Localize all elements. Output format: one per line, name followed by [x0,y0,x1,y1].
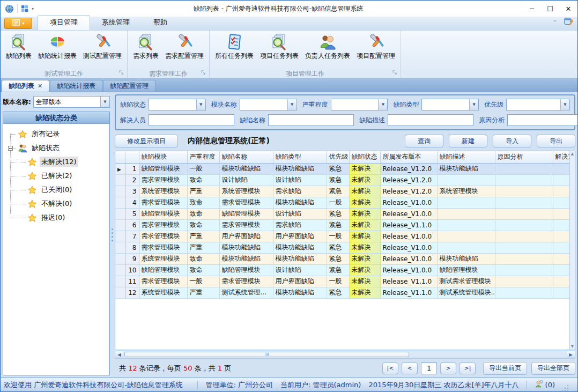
table-row[interactable]: 5缺陷管理模块致命缺陷管理模块设计缺陷紧急未解决Release_V1.0.0 [115,208,569,219]
column-header-cause[interactable]: 原因分析 [495,151,553,163]
cell-desc[interactable]: 模块功能缺陷 [437,163,495,174]
cell-name[interactable]: 测试系统管理... [219,287,273,298]
cell-module[interactable]: 需求管理模块 [139,276,187,287]
cell-priority[interactable]: 一般 [327,276,349,287]
cell-status[interactable]: 未解决 [349,174,380,186]
ribbon-button[interactable]: 缺陷统计报表 [35,32,80,62]
scroll-down-icon[interactable]: ▼ [571,345,574,349]
chevron-down-icon[interactable]: ▼ [469,99,478,110]
row-indicator-cell[interactable]: ▶ [115,163,125,174]
cell-version[interactable]: Release_V1.0.0 [380,197,437,208]
collapse-node-icon[interactable] [8,146,13,151]
cell-type[interactable]: 用户界面缺陷 [273,231,327,242]
row-indicator-cell[interactable] [115,208,125,219]
tree-item[interactable]: 不解决(0) [3,197,109,211]
cell-version[interactable]: Release_V1.2.0 [380,174,437,186]
cell-solution[interactable] [553,264,569,276]
filter-combobox[interactable]: ▼ [149,99,206,110]
cell-cause[interactable] [495,242,553,253]
cell-type[interactable]: 模块功能缺陷 [273,287,327,298]
cell-cause[interactable] [495,163,553,174]
table-row[interactable]: 8需求管理模块严重模块功能缺陷模块功能缺陷紧急未解决Release_V1.0.0 [115,242,569,253]
filter-input[interactable] [268,114,354,126]
cell-priority[interactable]: 一般 [327,197,349,208]
cell-priority[interactable]: 紧急 [327,287,349,298]
cell-severity[interactable]: 致命 [187,174,219,186]
dialog-launcher-icon[interactable] [392,69,397,77]
row-indicator-cell[interactable] [115,276,125,287]
panel-splitter[interactable] [110,92,114,378]
cell-name[interactable]: 系统管理模块 [219,186,273,197]
cell-version[interactable]: Release_V1.0.0 [380,253,437,264]
cell-cause[interactable] [495,287,553,298]
row-indicator-cell[interactable] [115,253,125,264]
cell-status[interactable]: 未解决 [349,186,380,197]
query-button[interactable]: 查询 [405,135,443,147]
cell-solution[interactable] [553,231,569,242]
table-row[interactable]: 3系统管理模块严重系统管理模块需求缺陷紧急未解决Release_V1.2.0系统… [115,186,569,197]
cell-solution[interactable] [553,287,569,298]
cell-cause[interactable] [495,219,553,231]
cell-module[interactable]: 系统管理模块 [139,253,187,264]
prev-page-button[interactable]: < [402,363,418,374]
cell-desc[interactable]: 缺陷管理模块 [437,264,495,276]
cell-severity[interactable]: 致命 [187,253,219,264]
column-header-solution[interactable]: 解决方法 [553,151,569,163]
dialog-launcher-icon[interactable] [201,69,206,77]
ribbon-button[interactable]: 所有任务列表 [212,32,257,62]
cell-name[interactable]: 需求管理模块 [219,219,273,231]
chevron-down-icon[interactable]: ▼ [560,99,569,110]
menu-tab-3[interactable]: 帮助 [142,16,179,30]
cell-cause[interactable] [495,197,553,208]
cell-priority[interactable]: 紧急 [327,264,349,276]
column-header-type[interactable]: 缺陷类型 [273,151,327,163]
cell-cause[interactable] [495,264,553,276]
cell-name[interactable]: 模块功能缺陷 [219,163,273,174]
last-page-button[interactable]: >| [460,363,476,374]
modify-display-items-button[interactable]: 修改显示项目 [115,135,178,147]
cell-module[interactable]: 系统管理模块 [139,186,187,197]
cell-status[interactable]: 未解决 [349,242,380,253]
help-window-icon[interactable] [564,17,573,28]
cell-name[interactable]: 模块功能缺陷 [219,253,273,264]
cell-severity[interactable]: 致命 [187,197,219,208]
filter-input[interactable] [149,114,234,126]
cell-version[interactable]: Release_V1.1.0 [380,219,437,231]
version-combobox[interactable]: 全部版本 ▼ [33,96,110,108]
tree-item[interactable]: 已解决(2) [3,169,109,183]
cell-cause[interactable] [495,276,553,287]
chevron-down-icon[interactable]: ▼ [287,99,297,110]
cell-severity[interactable]: 严重 [187,242,219,253]
cell-name[interactable]: 设计缺陷 [219,174,273,186]
table-row[interactable]: 9系统管理模块致命模块功能缺陷模块功能缺陷紧急未解决Release_V1.0.0… [115,253,569,264]
cell-solution[interactable] [553,219,569,231]
cell-priority[interactable]: 紧急 [327,208,349,219]
cell-status[interactable]: 未解决 [349,208,380,219]
cell-version[interactable]: Release_V1.0.0 [380,264,437,276]
row-indicator-cell[interactable] [115,186,125,197]
cell-desc[interactable]: 模块功能缺陷 [437,253,495,264]
cell-type[interactable]: 设计缺陷 [273,264,327,276]
cell-status[interactable]: 未解决 [349,219,380,231]
cell-desc[interactable]: 系统管理模块 [437,186,495,197]
cell-version[interactable]: Release_V1.0.0 [380,208,437,219]
cell-type[interactable]: 模块功能缺陷 [273,242,327,253]
export-all-pages-button[interactable]: 导出全部页 [531,362,575,375]
cell-name[interactable]: 需求管理模块 [219,276,273,287]
import-button[interactable]: 导入 [493,135,531,147]
cell-severity[interactable]: 严重 [187,186,219,197]
cell-solution[interactable] [553,242,569,253]
row-indicator-cell[interactable] [115,174,125,186]
cell-status[interactable]: 未解决 [349,231,380,242]
cell-priority[interactable]: 紧急 [327,174,349,186]
column-header-module[interactable]: 缺陷模块 [139,151,187,163]
row-indicator-cell[interactable] [115,264,125,276]
cell-severity[interactable]: 严重 [187,231,219,242]
cell-severity[interactable]: 致命 [187,208,219,219]
cell-version[interactable]: Release_V1.0.0 [380,231,437,242]
cell-name[interactable]: 用户界面缺陷 [219,231,273,242]
cell-cause[interactable] [495,186,553,197]
minimize-button[interactable]: ─ [523,1,541,17]
table-row[interactable]: 12系统管理模块严重测试系统管理...模块功能缺陷紧急未解决Release_V1… [115,287,569,298]
message-indicator[interactable]: (0) [535,380,555,390]
